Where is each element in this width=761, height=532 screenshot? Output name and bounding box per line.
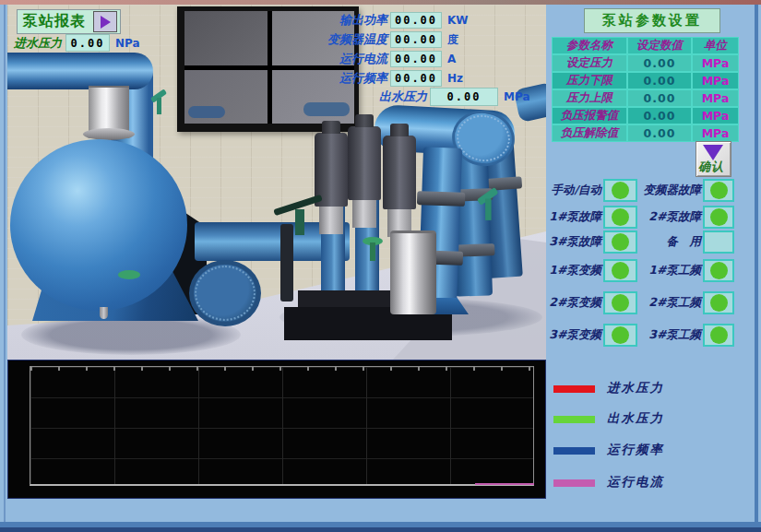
- inlet-pressure-label: 进水压力: [14, 35, 65, 52]
- report-button-label: 泵站报表: [23, 12, 86, 31]
- inverter-temp-unit: 度: [447, 32, 458, 48]
- status-label-manual-auto: 手动/自动: [544, 183, 601, 198]
- param-unit: MPa: [693, 73, 738, 89]
- output-power-unit: KW: [447, 14, 469, 27]
- x-axis-ticks: [30, 367, 533, 371]
- inlet-pressure-unit: NPa: [115, 37, 140, 50]
- inverter-temp-label: 变频器温度: [284, 31, 387, 48]
- settings-panel-title: 泵站参数设置: [584, 8, 720, 33]
- running-current-label: 运行电流: [284, 51, 387, 67]
- lamp-inverter-fault: [703, 179, 734, 202]
- green-valve: [363, 237, 383, 245]
- outlet-pressure-value: 0.00: [430, 88, 498, 106]
- frame-bottom-outer-edge: [0, 527, 761, 532]
- running-frequency-label: 运行频率: [284, 70, 387, 87]
- report-button[interactable]: 泵站报表: [17, 9, 121, 34]
- running-current-trace: [475, 483, 534, 485]
- legend-swatch-running-current: [553, 479, 595, 487]
- lamp-spare: [703, 231, 734, 254]
- param-value-input[interactable]: 0.00: [628, 55, 691, 71]
- tank-top-vent-cylinder: [89, 86, 129, 134]
- col-header-value: 设定数值: [628, 38, 691, 53]
- status-label-pump3-fault: 3#泵故障: [544, 234, 601, 250]
- status-label-pump1-fault: 1#泵故障: [544, 209, 601, 225]
- confirm-button-label: 确认: [698, 159, 724, 175]
- hmi-pump-station-screen: 泵站报表 进水压力 0.00 NPa 输出功率 00.00 KW 变频器温度 0…: [0, 0, 761, 532]
- outlet-pressure-unit: MPa: [504, 90, 530, 103]
- lamp-pump2-mains: [703, 291, 734, 314]
- running-current-readout: 运行电流 00.00 A: [284, 51, 456, 67]
- pump-room-3d-scene: 泵站报表 进水压力 0.00 NPa 输出功率 00.00 KW 变频器温度 0…: [7, 5, 546, 360]
- legend-swatch-outlet-pressure: [553, 416, 595, 423]
- param-name: 负压报警值: [553, 108, 626, 124]
- legend-label-running-current: 运行电流: [607, 474, 664, 491]
- status-label-pump1-vfd: 1#泵变频: [544, 263, 601, 278]
- output-power-label: 输出功率: [284, 12, 387, 29]
- confirm-button[interactable]: 确认: [696, 141, 731, 177]
- param-name: 设定压力: [553, 55, 626, 71]
- manifold-end-flange: [189, 260, 261, 326]
- lamp-pump2-fault: [703, 206, 734, 229]
- legend-swatch-running-frequency: [553, 447, 595, 455]
- param-name: 负压解除值: [553, 125, 626, 141]
- green-valve-wheel: [118, 270, 140, 279]
- inverter-temp-value: 00.00: [390, 31, 442, 48]
- settings-table: 参数名称 设定数值 单位 设定压力 0.00 MPa 压力下限 0.00 MPa…: [552, 37, 739, 142]
- pipe-flange-ring: [417, 191, 465, 207]
- running-current-value: 00.00: [390, 51, 442, 67]
- pump-motor-3: [383, 136, 416, 209]
- tank-top-flange: [83, 128, 135, 140]
- output-power-value: 00.00: [390, 12, 442, 29]
- butterfly-valve-stem: [295, 209, 304, 235]
- param-name: 压力上限: [553, 90, 626, 106]
- pump-chrome-body: [390, 231, 436, 314]
- param-value-input[interactable]: 0.00: [628, 108, 691, 124]
- status-label-spare: 备 用: [633, 234, 701, 250]
- running-frequency-value: 00.00: [390, 70, 442, 87]
- window-reflection: [303, 102, 350, 116]
- running-frequency-readout: 运行频率 00.00 Hz: [284, 70, 463, 87]
- status-label-pump3-mains: 3#泵工频: [633, 327, 701, 343]
- inlet-header-pipe: [7, 53, 153, 89]
- inlet-pressure-value: 0.00: [65, 34, 110, 52]
- param-value-input[interactable]: 0.00: [628, 125, 691, 141]
- lamp-pump3-mains: [703, 324, 734, 347]
- param-unit: MPa: [693, 108, 738, 124]
- lamp-pump1-mains: [703, 259, 734, 282]
- outlet-pressure-readout: 出水压力 0.00 MPa: [376, 89, 530, 105]
- outlet-pressure-label: 出水压力: [376, 89, 427, 105]
- legend-label-running-frequency: 运行频率: [607, 442, 664, 458]
- inverter-temp-readout: 变频器温度 00.00 度: [284, 31, 458, 48]
- trend-chart: [7, 360, 546, 499]
- legend-swatch-inlet-pressure: [553, 385, 595, 393]
- pressure-tank: [10, 139, 187, 311]
- legend-label-inlet-pressure: 进水压力: [607, 380, 664, 396]
- param-value-input[interactable]: 0.00: [628, 73, 691, 89]
- tank-drain-fitting: [100, 307, 108, 319]
- inlet-pressure-readout: 进水压力 0.00 NPa: [14, 34, 140, 52]
- status-label-pump2-vfd: 2#泵变频: [544, 295, 601, 311]
- window-reflection: [188, 106, 225, 118]
- param-unit: MPa: [693, 55, 738, 71]
- pipe-coupling: [280, 224, 293, 301]
- frame-left-edge: [4, 5, 6, 522]
- frame-right-edge: [755, 5, 758, 522]
- param-unit: MPa: [693, 90, 738, 106]
- running-current-unit: A: [447, 53, 456, 65]
- param-name: 压力下限: [553, 73, 626, 89]
- param-unit: MPa: [693, 125, 738, 141]
- running-frequency-unit: Hz: [447, 72, 463, 85]
- status-label-pump2-mains: 2#泵工频: [633, 295, 701, 311]
- status-label-pump2-fault: 2#泵故障: [633, 209, 701, 225]
- play-triangle-icon: [101, 16, 111, 29]
- trend-plot-area: [30, 366, 534, 486]
- status-label-pump1-mains: 1#泵工频: [633, 263, 701, 278]
- status-label-pump3-vfd: 3#泵变频: [544, 327, 601, 343]
- report-open-button[interactable]: [93, 11, 117, 32]
- legend-label-outlet-pressure: 出水压力: [607, 410, 664, 427]
- output-power-readout: 输出功率 00.00 KW: [284, 12, 469, 29]
- status-label-inverter-fault: 变频器故障: [633, 183, 701, 198]
- col-header-name: 参数名称: [553, 38, 626, 53]
- pump-motor-2: [348, 126, 381, 200]
- param-value-input[interactable]: 0.00: [628, 90, 691, 106]
